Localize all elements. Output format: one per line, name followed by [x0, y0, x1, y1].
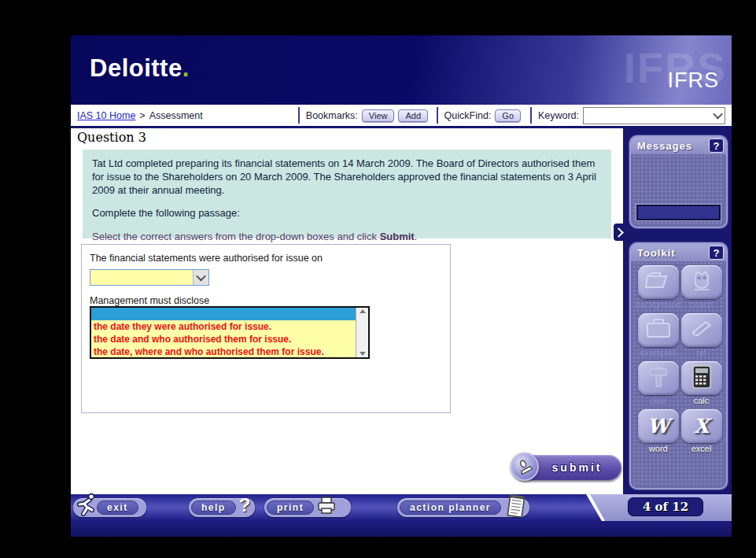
chevron-down-icon[interactable]	[710, 108, 725, 124]
answer-form: The financial statements were authorised…	[81, 244, 451, 413]
listbox-prompt: Management must disclose	[90, 295, 209, 306]
bookmarks-add-button[interactable]: Add	[398, 109, 428, 122]
bookmarks-view-button[interactable]: View	[362, 109, 395, 122]
page-indicator-tab: 4 of 12	[586, 494, 732, 521]
owl-icon	[690, 269, 714, 296]
breadcrumb: IAS 10 Home > Assessment	[71, 105, 298, 126]
list-item[interactable]: the date and who authorised them for iss…	[91, 333, 356, 346]
toolkit-button-calc[interactable]: calc	[681, 361, 722, 408]
print-label: print	[267, 501, 314, 515]
application-window: Deloitte. IFRS IFRS IAS 10 Home > Assess…	[0, 0, 756, 558]
toolkit-button-background[interactable]: background	[636, 265, 681, 312]
breadcrumb-current: Assessment	[149, 110, 203, 121]
toolkit-button-word[interactable]: W word	[636, 409, 681, 456]
submit-button[interactable]: submit	[513, 455, 621, 480]
submit-label: submit	[539, 461, 621, 474]
messages-title: Messages	[637, 140, 692, 152]
messages-help-button[interactable]: ?	[709, 139, 724, 153]
instruction-text: Complete the following passage:	[92, 206, 602, 220]
print-button[interactable]: print	[264, 498, 351, 517]
question-mark-icon: ?	[239, 494, 251, 516]
list-item[interactable]: the date they were authorised for issue.	[91, 320, 356, 333]
help-button[interactable]: help ?	[189, 498, 255, 517]
sidebar: Messages ? Toolkit ?	[623, 128, 732, 494]
chevron-down-icon[interactable]	[193, 270, 208, 285]
breadcrumb-separator: >	[139, 110, 145, 121]
toolkit-help-button[interactable]: ?	[709, 246, 724, 260]
messages-header: Messages ?	[631, 137, 726, 154]
toolkit-button-clue[interactable]: clue	[636, 361, 681, 408]
breadcrumb-home-link[interactable]: IAS 10 Home	[77, 110, 135, 121]
messages-status-field	[636, 205, 721, 220]
select-hint: Select the correct answers from the drop…	[92, 230, 602, 243]
book-icon	[688, 318, 715, 343]
question-content: Question 3 Tat Ltd completed preparing i…	[71, 128, 623, 494]
list-item[interactable]: the date, where and who authorised them …	[91, 346, 356, 357]
toolkit-title: Toolkit	[637, 247, 676, 259]
chevron-right-icon	[614, 227, 624, 238]
page-indicator: 4 of 12	[628, 497, 703, 516]
exit-label: exit	[97, 501, 138, 515]
elearning-page: Deloitte. IFRS IFRS IAS 10 Home > Assess…	[71, 35, 732, 537]
main-area: Question 3 Tat Ltd completed preparing i…	[71, 128, 732, 494]
keyword-section: Keyword:	[532, 105, 732, 126]
action-planner-label: action planner	[400, 501, 501, 515]
letter-w-icon: W	[647, 415, 669, 438]
bottom-strip	[71, 521, 732, 537]
printer-icon	[317, 497, 336, 519]
header: Deloitte. IFRS IFRS	[71, 35, 732, 105]
listbox-options: the date they were authorised for issue.…	[91, 308, 356, 357]
help-label: help	[191, 501, 236, 515]
toolkit-grid: background coach	[631, 261, 726, 456]
scroll-up-icon[interactable]	[360, 309, 366, 313]
toolkit-button-excel[interactable]: X excel	[681, 409, 722, 456]
dropdown-prompt: The financial statements were authorised…	[90, 253, 323, 264]
briefcase-icon	[645, 318, 672, 343]
signpost-icon	[645, 365, 672, 392]
messages-panel: Messages ?	[629, 135, 728, 228]
deloitte-logo: Deloitte.	[90, 54, 190, 83]
logo-text: Deloitte	[90, 54, 183, 82]
running-man-icon	[75, 492, 97, 523]
toolkit-button-examples[interactable]: examples	[636, 313, 681, 360]
logo-green-dot: .	[183, 54, 190, 82]
stamp-icon	[511, 453, 539, 481]
dropdown-value	[90, 270, 193, 285]
sidebar-collapse-handle[interactable]	[614, 224, 625, 241]
scenario-text: Tat Ltd completed preparing its financia…	[92, 157, 602, 197]
letter-x-icon: X	[694, 415, 709, 438]
bookmarks-section: Bookmarks: View Add	[300, 105, 437, 126]
list-item[interactable]	[91, 308, 356, 320]
toolkit-panel: Toolkit ? background	[629, 242, 728, 490]
toolkit-button-coach[interactable]: coach	[681, 265, 722, 312]
keyword-input[interactable]	[584, 109, 710, 122]
calculator-icon	[692, 365, 711, 392]
toolkit-button-ref[interactable]: ref	[681, 313, 722, 360]
quickfind-label: QuickFind:	[444, 110, 492, 121]
exit-button[interactable]: exit	[73, 498, 146, 517]
action-planner-button[interactable]: action planner	[397, 498, 529, 517]
answer-dropdown[interactable]	[90, 269, 209, 286]
ifrs-brand-text: IFRS	[667, 68, 719, 93]
footer-bar: exit help ? print action planner	[71, 494, 732, 521]
scroll-down-icon[interactable]	[360, 352, 366, 356]
toolkit-header: Toolkit ?	[631, 244, 726, 261]
folder-icon	[644, 270, 673, 295]
quickfind-go-button[interactable]: Go	[495, 109, 521, 122]
notepad-icon	[505, 493, 527, 522]
quickfind-section: QuickFind: Go	[438, 105, 530, 126]
bookmarks-label: Bookmarks:	[306, 110, 358, 121]
listbox-scrollbar[interactable]	[356, 308, 368, 357]
question-title: Question 3	[77, 130, 146, 145]
navigation-bar: IAS 10 Home > Assessment Bookmarks: View…	[71, 105, 732, 128]
keyword-combobox[interactable]	[583, 107, 725, 124]
scenario-box: Tat Ltd completed preparing its financia…	[83, 150, 611, 238]
answer-listbox[interactable]: the date they were authorised for issue.…	[90, 306, 370, 359]
keyword-label: Keyword:	[538, 110, 579, 121]
